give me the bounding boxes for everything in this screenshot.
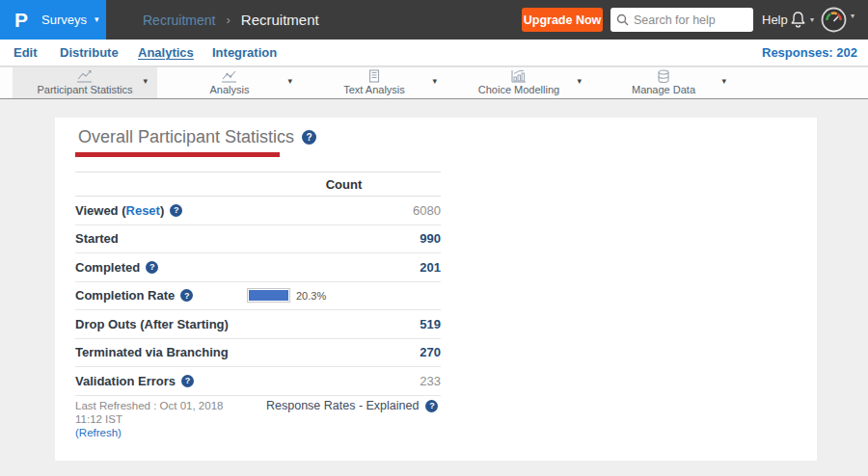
surveys-menu-label: Surveys [41, 13, 87, 27]
row-label: Drop Outs (After Starting) [75, 317, 229, 331]
row-value: 233 [247, 374, 441, 388]
completion-rate-value: 20.3% [296, 290, 326, 302]
help-icon[interactable]: ? [170, 204, 182, 217]
reset-link[interactable]: Reset [126, 203, 160, 218]
tab-choice-modelling[interactable]: Choice Modelling ▾ [447, 67, 591, 98]
help-icon[interactable]: ? [302, 130, 316, 145]
row-label: Validation Errors ? [75, 374, 194, 388]
row-label: Viewed ( Reset ) ? [75, 203, 182, 218]
row-label-text: ) [160, 203, 164, 218]
tab-manage-data[interactable]: Manage Data ▾ [591, 67, 736, 98]
content-area: Overall Participant Statistics ? Count V… [0, 99, 868, 476]
row-value: 6080 [247, 203, 441, 218]
count-column-header: Count [247, 177, 441, 192]
tab-label: Participant Statistics [13, 84, 157, 95]
upgrade-now-button[interactable]: Upgrade Now [522, 8, 603, 32]
table-row-validation-errors: Validation Errors ? 233 [75, 367, 441, 396]
table-header-row: Count [75, 172, 441, 197]
breadcrumb-parent[interactable]: Recruitment [143, 13, 215, 28]
statistics-card: Overall Participant Statistics ? Count V… [55, 118, 817, 461]
row-value: 201 [247, 260, 441, 275]
document-icon [302, 69, 447, 83]
database-icon [591, 69, 736, 84]
help-icon[interactable]: ? [146, 261, 158, 274]
search-icon [616, 13, 629, 26]
row-value: 270 [247, 345, 441, 359]
analytics-toolbar: Participant Statistics ▾ Analysis ▾ Text… [0, 66, 868, 99]
participant-statistics-table: Count Viewed ( Reset ) ? 6080 Started 99… [75, 172, 441, 396]
help-search[interactable] [610, 8, 753, 32]
table-row-viewed: Viewed ( Reset ) ? 6080 [75, 197, 441, 225]
breadcrumb-separator-icon: › [226, 13, 230, 27]
response-rates-label: Response Rates - Explained [266, 399, 419, 412]
last-refreshed: Last Refreshed : Oct 01, 2018 11:12 IST … [75, 399, 245, 439]
chevron-down-icon: ▾ [95, 15, 99, 24]
help-icon[interactable]: ? [425, 400, 438, 412]
search-input[interactable] [634, 13, 747, 27]
chevron-down-icon[interactable]: ▾ [287, 77, 292, 86]
bell-icon [790, 11, 806, 29]
tab-text-analysis[interactable]: Text Analysis ▾ [302, 67, 447, 98]
line-chart-icon [13, 69, 157, 83]
row-label-text: Completed [75, 260, 140, 275]
row-value: 519 [247, 317, 441, 331]
table-row-drop-outs: Drop Outs (After Starting) 519 [75, 310, 441, 339]
row-label-text: Viewed ( [75, 203, 126, 218]
survey-nav: Edit Distribute Analytics Integration Re… [0, 40, 868, 66]
title-accent-underline [75, 152, 280, 157]
table-row-completion-rate: Completion Rate ? 20.3% [75, 282, 441, 311]
breadcrumb-current: Recruitment [241, 12, 319, 28]
last-refreshed-text: Last Refreshed : Oct 01, 2018 11:12 IST [75, 400, 223, 425]
row-label: Terminated via Branching [75, 345, 229, 359]
row-label: Started [75, 231, 119, 246]
response-rates-explained: Response Rates - Explained ? [266, 399, 438, 412]
chevron-down-icon: ▾ [851, 13, 854, 20]
completion-bar-fill [249, 290, 288, 301]
avatar-gauge-icon [821, 7, 847, 33]
row-label: Completed ? [75, 260, 158, 275]
table-row-terminated: Terminated via Branching 270 [75, 339, 441, 368]
tab-label: Analysis [157, 84, 302, 95]
help-icon[interactable]: ? [180, 289, 193, 302]
account-menu[interactable]: ▾ [821, 7, 854, 33]
nav-integration[interactable]: Integration [212, 45, 277, 60]
row-label-text: Validation Errors [75, 374, 176, 388]
chevron-down-icon: ▾ [810, 16, 814, 24]
help-link[interactable]: Help [762, 13, 788, 27]
row-label: Completion Rate ? [75, 288, 193, 303]
surveys-menu[interactable]: P Surveys ▾ [0, 0, 106, 40]
chevron-down-icon[interactable]: ▾ [432, 77, 437, 86]
chevron-down-icon[interactable]: ▾ [143, 77, 148, 86]
responses-count[interactable]: Responses: 202 [762, 45, 857, 60]
refresh-link[interactable]: (Refresh) [75, 427, 122, 438]
tab-label: Manage Data [591, 84, 736, 95]
notifications-button[interactable]: ▾ [790, 11, 814, 29]
row-label-text: Completion Rate [75, 288, 175, 303]
tab-analysis[interactable]: Analysis ▾ [157, 67, 302, 98]
completion-bar-track [247, 288, 290, 303]
bar-chart-icon [447, 69, 591, 83]
chevron-down-icon[interactable]: ▾ [721, 77, 726, 86]
chevron-down-icon[interactable]: ▾ [577, 77, 582, 86]
questionpro-logo-icon: P [14, 10, 28, 30]
table-footer: Last Refreshed : Oct 01, 2018 11:12 IST … [75, 399, 438, 439]
row-value: 990 [247, 231, 441, 246]
tab-label: Text Analysis [302, 84, 447, 95]
completion-rate-cell: 20.3% [247, 288, 441, 303]
breadcrumb: Recruitment › Recruitment [143, 0, 319, 40]
nav-distribute[interactable]: Distribute [60, 45, 119, 60]
nav-edit[interactable]: Edit [14, 45, 38, 60]
nav-analytics[interactable]: Analytics [138, 45, 194, 60]
tab-label: Choice Modelling [447, 84, 591, 95]
trend-chart-icon [157, 69, 302, 83]
help-icon[interactable]: ? [181, 375, 194, 387]
tab-participant-statistics[interactable]: Participant Statistics ▾ [13, 67, 157, 98]
page-title: Overall Participant Statistics [78, 127, 294, 147]
top-header: P Surveys ▾ Recruitment › Recruitment Up… [0, 0, 868, 40]
table-row-completed: Completed ? 201 [75, 253, 441, 282]
table-row-started: Started 990 [75, 225, 441, 254]
